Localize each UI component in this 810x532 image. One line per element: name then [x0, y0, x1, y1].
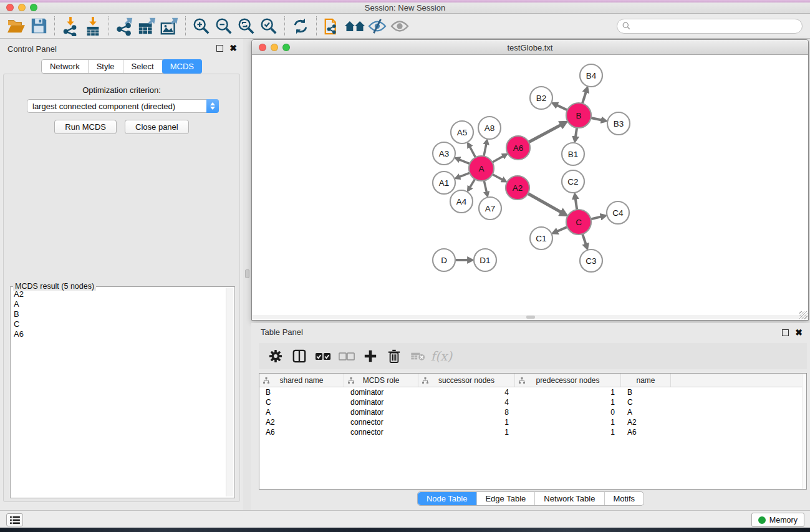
- table-cell[interactable]: B: [259, 388, 344, 397]
- zoom-selected-icon[interactable]: [258, 16, 280, 37]
- import-table-icon[interactable]: [82, 16, 104, 37]
- table-cell[interactable]: C: [621, 398, 671, 407]
- column-header-predecessor-nodes[interactable]: predecessor nodes: [515, 374, 621, 387]
- table-row[interactable]: Cdominator41C: [259, 397, 806, 407]
- table-scrollbar[interactable]: [802, 374, 806, 489]
- table-row[interactable]: A2connector11A2: [259, 417, 806, 427]
- graph-edge-A-A8[interactable]: [484, 144, 486, 157]
- refresh-view-icon[interactable]: [289, 16, 312, 37]
- table-cell[interactable]: 1: [515, 418, 621, 427]
- export-network-icon[interactable]: [113, 16, 136, 37]
- column-header-shared-name[interactable]: shared name: [259, 374, 344, 387]
- table-cell[interactable]: 4: [418, 388, 515, 397]
- tab-mcds[interactable]: MCDS: [162, 59, 202, 74]
- graph-edge-C-C4[interactable]: [591, 216, 601, 219]
- open-file-icon[interactable]: [5, 16, 27, 37]
- split-columns-icon[interactable]: [289, 346, 310, 367]
- table-cell[interactable]: B: [621, 388, 671, 397]
- table-cell[interactable]: C: [259, 398, 344, 407]
- table-cell[interactable]: A6: [259, 428, 344, 437]
- function-icon[interactable]: f(x): [431, 346, 452, 367]
- table-row[interactable]: Adominator80A: [259, 407, 806, 417]
- zoom-in-icon[interactable]: [190, 16, 213, 37]
- graph-edge-B-B1[interactable]: [576, 128, 577, 137]
- home-icon[interactable]: [344, 16, 366, 37]
- eye-slash-icon[interactable]: [366, 16, 388, 37]
- table-cell[interactable]: dominator: [344, 408, 418, 417]
- zoom-fit-icon[interactable]: [235, 16, 258, 37]
- result-scrollbar[interactable]: [226, 288, 233, 496]
- network-canvas[interactable]: AA1A2A3A4A5A6A7A8BB1B2B3B4CC1C2C3C4DD1: [252, 55, 808, 320]
- deselect-all-icon[interactable]: [336, 346, 357, 367]
- table-cell[interactable]: 0: [515, 408, 621, 417]
- column-header-name[interactable]: name: [621, 374, 671, 387]
- graph-edge-A-A2[interactable]: [493, 174, 503, 180]
- tab-select[interactable]: Select: [123, 60, 163, 73]
- run-mcds-button[interactable]: Run MCDS: [54, 120, 117, 134]
- node-table[interactable]: shared nameMCDS rolesuccessor nodesprede…: [259, 373, 807, 490]
- splitter-handle[interactable]: [245, 269, 249, 278]
- graph-edge-A-A1[interactable]: [460, 173, 470, 177]
- column-header-successor-nodes[interactable]: successor nodes: [418, 374, 515, 387]
- graph-edge-A-A3[interactable]: [460, 160, 470, 164]
- mcds-result-item[interactable]: C: [14, 319, 224, 329]
- window-resize-grip[interactable]: [799, 311, 808, 319]
- table-cell[interactable]: dominator: [344, 388, 418, 397]
- memory-button[interactable]: Memory: [751, 513, 804, 527]
- table-cell[interactable]: dominator: [344, 398, 418, 407]
- graph-edge-A2-C[interactable]: [528, 193, 562, 212]
- network-graph[interactable]: AA1A2A3A4A5A6A7A8BB1B2B3B4CC1C2C3C4DD1: [252, 55, 808, 320]
- delete-table-icon[interactable]: [407, 346, 428, 367]
- tab-motifs[interactable]: Motifs: [604, 492, 644, 505]
- settings-gear-icon[interactable]: [265, 346, 286, 367]
- panel-splitter[interactable]: [243, 39, 251, 510]
- close-panel-icon[interactable]: ✖: [229, 44, 237, 52]
- graph-edge-B-B3[interactable]: [591, 118, 602, 120]
- graph-edge-C-C2[interactable]: [576, 198, 577, 210]
- table-cell[interactable]: 1: [418, 418, 515, 427]
- network-hscrollbar[interactable]: [252, 315, 808, 319]
- table-cell[interactable]: connector: [344, 418, 418, 427]
- select-all-icon[interactable]: [312, 346, 334, 367]
- graph-edge-C-C3[interactable]: [582, 234, 586, 244]
- mcds-result-item[interactable]: A2: [14, 289, 224, 299]
- close-table-panel-icon[interactable]: ✖: [795, 328, 803, 337]
- search-field[interactable]: [617, 19, 803, 34]
- table-cell[interactable]: 1: [418, 428, 515, 437]
- tab-edge-table[interactable]: Edge Table: [476, 492, 535, 505]
- tab-network-table[interactable]: Network Table: [535, 492, 604, 505]
- graph-edge-C-C1[interactable]: [557, 227, 567, 231]
- table-row[interactable]: Bdominator41B: [259, 387, 806, 397]
- network-window-titlebar[interactable]: testGlobe.txt: [252, 40, 808, 55]
- table-cell[interactable]: 8: [418, 408, 515, 417]
- table-cell[interactable]: 4: [418, 398, 515, 407]
- table-cell[interactable]: A6: [621, 428, 671, 437]
- search-input[interactable]: [634, 22, 797, 31]
- column-header-MCDS-role[interactable]: MCDS role: [344, 374, 418, 387]
- zoom-out-icon[interactable]: [213, 16, 235, 37]
- table-cell[interactable]: A2: [259, 418, 344, 427]
- table-cell[interactable]: 1: [515, 398, 621, 407]
- table-cell[interactable]: A: [621, 408, 671, 417]
- add-icon[interactable]: [360, 346, 381, 367]
- eye-icon[interactable]: [388, 16, 411, 37]
- delete-icon[interactable]: [383, 346, 405, 367]
- save-session-icon[interactable]: [27, 16, 50, 37]
- mcds-result-item[interactable]: A: [14, 299, 224, 309]
- graph-edge-A-A4[interactable]: [470, 179, 475, 187]
- export-image-icon[interactable]: [158, 16, 181, 37]
- task-history-button[interactable]: [6, 513, 23, 526]
- float-table-panel-icon[interactable]: [782, 329, 789, 336]
- graph-edge-A6-B[interactable]: [529, 125, 561, 142]
- graph-edge-B-B2[interactable]: [557, 105, 567, 110]
- criterion-dropdown[interactable]: largest connected component (directed): [27, 99, 219, 113]
- close-panel-button[interactable]: Close panel: [125, 120, 189, 134]
- export-table-icon[interactable]: [136, 16, 158, 37]
- mcds-result-list[interactable]: A2ABCA6: [14, 289, 224, 496]
- tab-node-table[interactable]: Node Table: [418, 492, 477, 505]
- mcds-result-item[interactable]: A6: [14, 329, 224, 339]
- tab-style[interactable]: Style: [89, 60, 123, 73]
- table-cell[interactable]: A2: [621, 418, 671, 427]
- new-session-from-network-icon[interactable]: [321, 16, 344, 37]
- graph-edge-A-A6[interactable]: [492, 156, 503, 162]
